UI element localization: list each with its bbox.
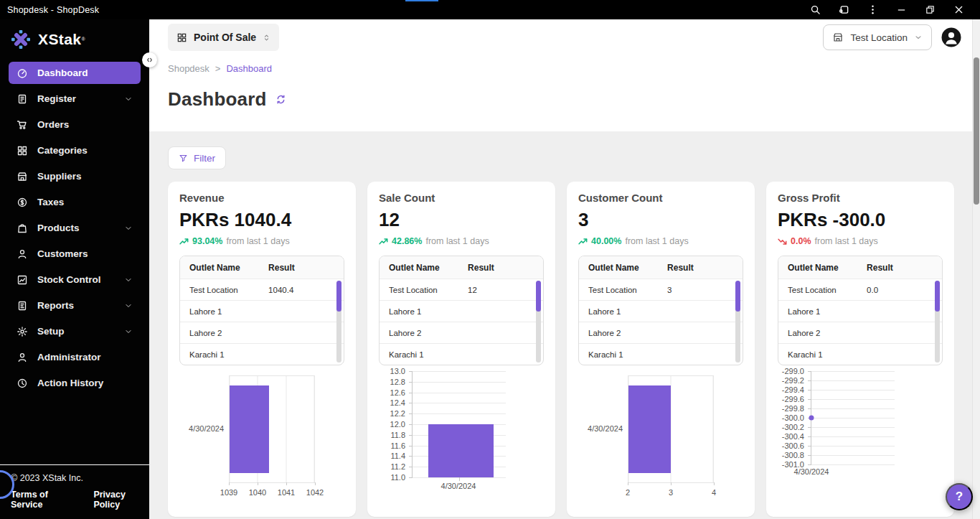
sidebar-item-customers[interactable]: Customers xyxy=(9,243,141,265)
chart-bar xyxy=(628,385,671,472)
y-tick-label: -299.4 xyxy=(782,385,804,394)
tick-mark xyxy=(671,482,672,485)
tab-indicator xyxy=(405,0,438,1)
outlet-name-cell: Test Location xyxy=(180,286,268,294)
table-scrollbar-thumb[interactable] xyxy=(735,281,740,312)
help-button[interactable]: ? xyxy=(946,483,973,510)
table-scrollbar[interactable] xyxy=(935,281,940,363)
trend-up-icon xyxy=(578,237,588,246)
table-header-row: Outlet NameResult xyxy=(579,256,743,279)
close-icon[interactable] xyxy=(944,0,973,19)
card-chart: 4/30/20241039104010411042 xyxy=(179,375,344,498)
table-header-result: Result xyxy=(468,263,543,273)
sidebar-item-label: Setup xyxy=(37,326,65,337)
breadcrumb: Shopdesk > Dashboard xyxy=(168,63,980,74)
table-scrollbar-thumb[interactable] xyxy=(935,281,940,312)
sidebar-item-reports[interactable]: Reports xyxy=(9,294,141,317)
topbar: Point Of Sale Test Location xyxy=(149,19,980,51)
sidebar-item-action-history[interactable]: Action History xyxy=(9,372,141,394)
y-tick-label: -300.6 xyxy=(782,441,804,450)
table-header-result: Result xyxy=(667,263,743,273)
menu-icon[interactable] xyxy=(858,0,887,19)
card-title: Gross Profit xyxy=(778,192,943,204)
table-row: Lahore 2 xyxy=(380,322,543,343)
report-icon xyxy=(17,300,28,312)
breadcrumb-item-dashboard[interactable]: Dashboard xyxy=(226,63,272,74)
sidebar-item-setup[interactable]: Setup xyxy=(9,320,141,342)
table-scrollbar-thumb[interactable] xyxy=(536,281,541,312)
gridline xyxy=(811,464,895,465)
table-scrollbar[interactable] xyxy=(735,281,740,363)
sidebar-item-suppliers[interactable]: Suppliers xyxy=(9,165,141,187)
outlet-name-cell: Lahore 1 xyxy=(778,307,867,316)
location-selector-button[interactable]: Test Location xyxy=(823,24,932,50)
table-row: Karachi 1 xyxy=(380,343,543,365)
extensions-icon[interactable] xyxy=(829,0,858,19)
main-area: Point Of Sale Test Location xyxy=(149,19,980,519)
y-tick-label: 12.4 xyxy=(390,398,405,407)
chevron-down-icon xyxy=(914,33,923,42)
y-tick-label: 12.0 xyxy=(390,420,405,429)
app-logo[interactable]: XStak® xyxy=(0,19,149,56)
page-scrollbar[interactable] xyxy=(972,19,980,519)
page-scrollbar-thumb[interactable] xyxy=(974,57,979,205)
sidebar-item-label: Register xyxy=(37,93,76,104)
table-header-row: Outlet NameResult xyxy=(180,256,344,279)
filter-button[interactable]: Filter xyxy=(168,146,226,169)
sidebar-item-stock-control[interactable]: Stock Control xyxy=(9,268,141,291)
metric-card-customer-count: Customer Count340.00%from last 1 daysOut… xyxy=(567,182,755,517)
tick-mark xyxy=(714,482,715,485)
breadcrumb-item-shopdesk[interactable]: Shopdesk xyxy=(168,63,209,74)
outlet-name-cell: Lahore 2 xyxy=(778,329,867,337)
terms-of-service-link[interactable]: Terms of Service xyxy=(11,490,76,510)
avatar[interactable] xyxy=(941,27,961,47)
sidebar-item-label: Suppliers xyxy=(37,171,82,182)
outlet-table: Outlet NameResultTest Location0.0Lahore … xyxy=(778,256,943,365)
table-row: Lahore 1 xyxy=(579,300,743,322)
tick-mark xyxy=(258,482,258,485)
minimize-icon[interactable] xyxy=(887,0,915,19)
outlet-name-cell: Lahore 1 xyxy=(579,307,667,316)
refresh-icon[interactable] xyxy=(275,94,286,105)
privacy-policy-link[interactable]: Privacy Policy xyxy=(93,490,149,510)
module-switcher-label: Point Of Sale xyxy=(194,32,256,43)
gridline xyxy=(811,408,895,409)
sidebar-collapse-button[interactable] xyxy=(142,52,157,67)
table-scrollbar[interactable] xyxy=(336,281,341,363)
search-icon[interactable] xyxy=(801,0,829,19)
y-tick-label: -300.2 xyxy=(782,423,804,431)
tick-mark xyxy=(808,464,811,465)
sidebar-item-taxes[interactable]: Taxes xyxy=(9,191,141,213)
outlet-name-cell: Karachi 1 xyxy=(579,350,667,359)
sidebar-item-categories[interactable]: Categories xyxy=(9,139,141,162)
sidebar-item-products[interactable]: Products xyxy=(9,217,141,239)
users-icon xyxy=(17,248,28,260)
tick-mark xyxy=(808,436,811,437)
sidebar-item-dashboard[interactable]: Dashboard xyxy=(9,62,141,84)
outlet-name-cell: Karachi 1 xyxy=(380,350,468,359)
result-cell: 0.0 xyxy=(867,286,942,294)
copyright-text: © 2023 XStak Inc. xyxy=(11,473,149,483)
breadcrumb-separator: > xyxy=(215,63,221,74)
gridline xyxy=(413,382,506,383)
store-icon xyxy=(17,171,28,182)
store-icon xyxy=(832,32,844,43)
module-switcher-button[interactable]: Point Of Sale xyxy=(168,24,279,51)
gridline xyxy=(413,403,506,403)
table-header-outlet: Outlet Name xyxy=(579,263,667,273)
sidebar-item-label: Taxes xyxy=(37,197,64,207)
sidebar-item-administrator[interactable]: Administrator xyxy=(9,346,141,368)
y-tick-label: 11.8 xyxy=(390,431,405,439)
y-tick-label: -299.0 xyxy=(782,367,804,375)
sidebar-item-orders[interactable]: Orders xyxy=(9,113,141,136)
tick-mark xyxy=(808,427,811,428)
outlet-table: Outlet NameResultTest Location12Lahore 1… xyxy=(379,256,544,365)
tick-mark xyxy=(808,371,811,372)
chevron-down-icon xyxy=(124,95,133,103)
table-scrollbar[interactable] xyxy=(536,281,541,363)
table-scrollbar-thumb[interactable] xyxy=(336,281,341,312)
restore-icon[interactable] xyxy=(915,0,944,19)
tick-mark xyxy=(459,477,460,481)
sidebar-item-register[interactable]: Register xyxy=(9,88,141,110)
metric-card-gross-profit: Gross ProfitPKRs -300.00.0%from last 1 d… xyxy=(766,182,954,517)
